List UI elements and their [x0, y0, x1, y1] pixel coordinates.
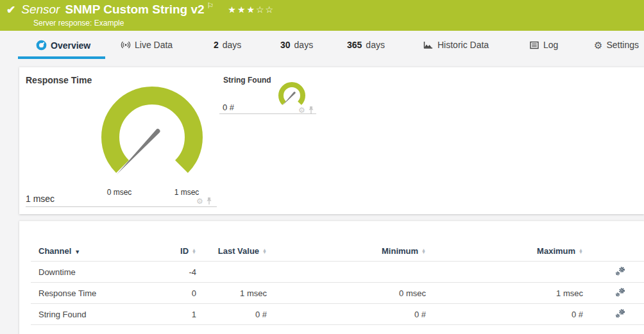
cell-last-value: 1 msec: [196, 288, 267, 298]
response-time-block-divider: [26, 206, 217, 207]
gauge-icon: [36, 40, 47, 51]
tab-30-days[interactable]: 30 days: [280, 40, 313, 50]
tab-bar: Overview Live Data 2 days 30 days 365 da…: [0, 31, 644, 67]
historic-data-icon: [423, 40, 434, 50]
cell-id: 1: [165, 310, 196, 319]
tab-30-days-label: days: [294, 40, 314, 50]
flag-icon[interactable]: ⚐: [207, 1, 214, 10]
table-row-string-found: String Found 1 0 # 0 # 0 #: [31, 304, 644, 325]
header-maximum-label: Maximum: [537, 246, 575, 256]
string-found-block-divider: [219, 113, 316, 114]
gauge-settings-gear-icon[interactable]: ⚙: [196, 197, 203, 205]
header-maximum[interactable]: Maximum▲▼: [426, 246, 583, 256]
sort-arrows-icon: ▲▼: [192, 249, 196, 255]
gauge-scale-min-label: 0 msec: [94, 188, 145, 197]
response-time-gauge-title: Response Time: [26, 75, 92, 85]
header-last-value-label: Last Value: [218, 246, 259, 256]
channels-table: Channel▼ ID▲▼ Last Value▲▼ Minimum▲▼ Max…: [31, 240, 644, 325]
object-kind-label: Sensor: [21, 3, 60, 17]
sort-arrows-icon: ▲▼: [579, 249, 583, 255]
header-last-value[interactable]: Last Value▲▼: [196, 246, 267, 256]
tab-2-days-label: days: [223, 40, 242, 50]
cell-channel: Downtime: [31, 267, 165, 277]
response-time-current-value: 1 msec: [26, 194, 55, 204]
active-tab-indicator: [18, 56, 105, 59]
prtg-sensor-page: { "banner": { "check_icon": "✔", "kind":…: [0, 0, 644, 334]
header-id-label: ID: [180, 246, 189, 256]
cell-last-value: 0 #: [196, 310, 267, 319]
tab-2-days-number: 2: [214, 40, 219, 50]
cell-id: 0: [165, 288, 196, 298]
sensor-title: SNMP Custom String v2: [65, 3, 204, 17]
sensor-message: Server response: Example: [33, 19, 124, 28]
tab-overview-label: Overview: [51, 40, 90, 51]
tab-365-days-label: days: [366, 40, 385, 50]
cell-maximum: 0 #: [426, 310, 583, 319]
cell-minimum: 0 #: [267, 310, 426, 319]
tab-settings[interactable]: ⚙ Settings: [594, 40, 639, 50]
string-found-current-value: 0 #: [223, 103, 234, 112]
channel-settings-gears-icon[interactable]: [615, 308, 626, 321]
log-icon: [529, 40, 539, 50]
sort-arrows-icon: ▲▼: [421, 249, 426, 255]
tab-365-days[interactable]: 365 days: [347, 40, 385, 50]
tab-historic-data[interactable]: Historic Data: [423, 40, 489, 50]
sensor-status-banner: ✔ Sensor SNMP Custom String v2 ⚐ ★★★☆☆ S…: [0, 0, 644, 31]
tab-365-days-number: 365: [347, 40, 362, 50]
tab-settings-label: Settings: [606, 40, 639, 50]
banner-title-row: ✔ Sensor SNMP Custom String v2 ⚐ ★★★☆☆: [6, 3, 275, 17]
tab-overview[interactable]: Overview: [36, 40, 90, 51]
cell-id: -4: [165, 267, 196, 277]
response-time-block-tools: ⚙: [196, 197, 212, 205]
tab-live-data-label: Live Data: [135, 40, 173, 50]
table-row-response-time: Response Time 0 1 msec 0 msec 1 msec: [31, 283, 644, 304]
settings-gear-icon: ⚙: [594, 40, 602, 50]
channels-panel: Channel▼ ID▲▼ Last Value▲▼ Minimum▲▼ Max…: [19, 221, 644, 334]
header-minimum-label: Minimum: [382, 246, 418, 256]
table-header-row: Channel▼ ID▲▼ Last Value▲▼ Minimum▲▼ Max…: [31, 240, 644, 262]
gauge-settings-gear-icon[interactable]: ⚙: [298, 106, 305, 114]
header-channel-label: Channel: [38, 246, 71, 256]
header-minimum[interactable]: Minimum▲▼: [267, 246, 426, 256]
response-time-gauge: [97, 82, 207, 180]
channel-settings-gears-icon[interactable]: [615, 266, 626, 278]
tab-historic-data-label: Historic Data: [437, 40, 489, 50]
tab-2-days[interactable]: 2 days: [214, 40, 241, 50]
sort-arrows-icon: ▲▼: [262, 249, 267, 255]
overview-gauges-panel: Response Time 0 msec 1 msec 1 msec ⚙ Str…: [19, 67, 644, 214]
status-check-icon: ✔: [6, 3, 15, 17]
sort-caret-icon: ▼: [74, 249, 80, 255]
priority-stars[interactable]: ★★★☆☆: [228, 4, 275, 15]
cell-channel: String Found: [31, 310, 165, 319]
cell-maximum: 1 msec: [426, 288, 583, 298]
tab-30-days-number: 30: [280, 40, 291, 50]
live-data-icon: [121, 40, 131, 50]
header-id[interactable]: ID▲▼: [165, 246, 196, 256]
gauge-scale-max-label: 1 msec: [161, 188, 212, 197]
tab-log-label: Log: [543, 40, 558, 50]
table-row-downtime: Downtime -4: [31, 262, 644, 283]
cell-minimum: 0 msec: [267, 288, 426, 298]
header-channel[interactable]: Channel▼: [31, 246, 165, 256]
tab-live-data[interactable]: Live Data: [121, 40, 173, 50]
pin-icon[interactable]: [206, 197, 212, 205]
tab-log[interactable]: Log: [529, 40, 558, 50]
cell-channel: Response Time: [31, 288, 165, 298]
string-found-gauge-title: String Found: [223, 76, 271, 85]
channel-settings-gears-icon[interactable]: [615, 287, 626, 299]
